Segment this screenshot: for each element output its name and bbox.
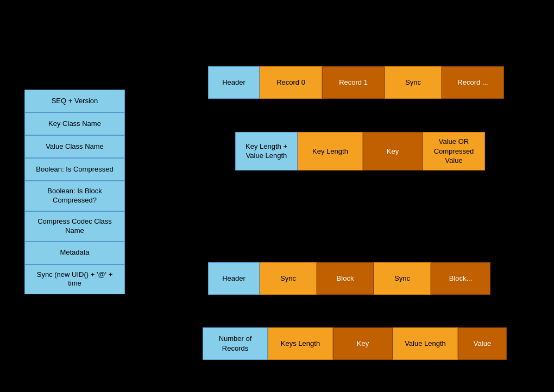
box-record1: Record 1 [322,66,385,99]
box-sync2: Sync [260,262,317,295]
row4-records-detail: Number ofRecordsKeys LengthKeyValue Leng… [203,327,507,360]
box-block: Block [317,262,374,295]
box-sync3: Sync [374,262,431,295]
box-header2: Header [208,262,260,295]
sidebar-box-metadata: Metadata [24,242,125,264]
box-record0: Record 0 [260,66,322,99]
box-key-length: Key Length [298,132,363,170]
row2-key-value: Key Length +Value LengthKey LengthKeyVal… [235,132,485,170]
box-value-or-compressed: Value ORCompressedValue [423,132,485,170]
box-key2: Key [333,327,393,360]
sidebar-box-seq-version: SEQ + Version [24,90,125,112]
box-record-more: Record ... [442,66,504,99]
row3-block: HeaderSyncBlockSyncBlock... [208,262,490,295]
box-value-length: Value Length [393,327,458,360]
sidebar-box-key-class-name: Key Class Name [24,112,125,135]
row1-header-records: HeaderRecord 0Record 1SyncRecord ... [208,66,504,99]
sidebar-box-boolean-compressed: Boolean: Is Compressed [24,158,125,181]
box-header: Header [208,66,260,99]
box-value: Value [458,327,507,360]
box-key-length-value-length: Key Length +Value Length [235,132,298,170]
box-keys-length: Keys Length [268,327,333,360]
sidebar-box-sync: Sync (new UID() + '@' + time [24,264,125,295]
sidebar-box-compress-codec: Compress Codec Class Name [24,211,125,242]
sidebar-box-value-class-name: Value Class Name [24,135,125,158]
sidebar: SEQ + VersionKey Class NameValue Class N… [24,90,125,294]
box-num-records: Number ofRecords [203,327,268,360]
box-block-more: Block... [431,262,490,295]
box-key: Key [363,132,423,170]
box-sync: Sync [385,66,442,99]
sidebar-box-boolean-block-compressed: Boolean: Is Block Compressed? [24,181,125,211]
diagram-container: SEQ + VersionKey Class NameValue Class N… [0,0,554,392]
